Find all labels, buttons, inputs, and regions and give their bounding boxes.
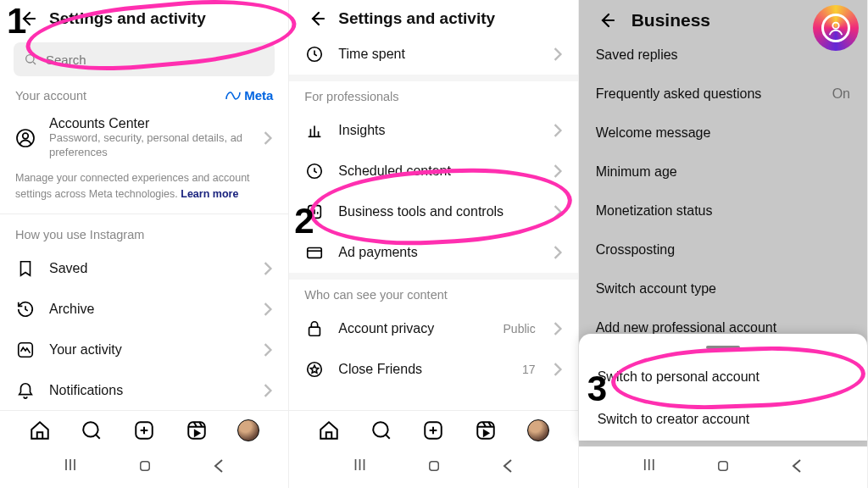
- reels-icon[interactable]: [475, 419, 497, 441]
- tab-bar: [0, 410, 288, 446]
- android-nav: III: [579, 446, 867, 488]
- create-icon[interactable]: [422, 419, 444, 441]
- time-spent-row[interactable]: Time spent: [289, 34, 577, 75]
- chevron-right-icon: [553, 205, 563, 219]
- insights-icon: [304, 120, 325, 141]
- svg-rect-6: [188, 422, 205, 439]
- android-nav: III: [289, 446, 577, 488]
- card-icon: [304, 242, 325, 263]
- for-professionals-label: For professionals: [289, 81, 577, 110]
- profile-avatar[interactable]: [527, 419, 549, 441]
- svg-rect-11: [308, 248, 322, 258]
- your-activity-row[interactable]: Your activity: [0, 330, 288, 370]
- phone-1: 1 Settings and activity Search Your acco…: [0, 0, 289, 488]
- search-input[interactable]: Search: [14, 42, 275, 76]
- search-icon[interactable]: [370, 419, 392, 441]
- notifications-row[interactable]: Notifications: [0, 370, 288, 404]
- search-icon[interactable]: [81, 419, 103, 441]
- close-friends-value: 17: [522, 363, 536, 376]
- phone-2: 2 Settings and activity Time spent For p…: [289, 0, 578, 488]
- account-privacy-row[interactable]: Account privacy Public: [289, 308, 577, 349]
- privacy-value: Public: [504, 322, 536, 336]
- saved-row[interactable]: Saved: [0, 248, 288, 289]
- scheduled-content-row[interactable]: Scheduled content: [289, 151, 577, 191]
- chevron-right-icon: [263, 262, 273, 275]
- header: Settings and activity: [289, 0, 577, 34]
- bottom-sheet: Switch to personal account Switch to cre…: [579, 334, 867, 441]
- business-tools-row[interactable]: Business tools and controls: [289, 191, 577, 232]
- tab-bar: [289, 410, 577, 446]
- bell-icon: [15, 380, 36, 401]
- your-account-label: Your account: [15, 89, 86, 103]
- phone-3: 3 Business Saved replies Frequently aske…: [579, 0, 868, 488]
- meta-brand: Meta: [225, 88, 273, 103]
- bookmark-icon: [15, 258, 36, 279]
- profile-icon: [821, 14, 850, 42]
- chevron-right-icon: [263, 302, 273, 316]
- search-placeholder: Search: [46, 53, 86, 67]
- page-title: Settings and activity: [338, 9, 495, 28]
- svg-point-4: [84, 422, 98, 436]
- chevron-right-icon: [263, 131, 273, 145]
- chevron-right-icon: [553, 246, 563, 259]
- schedule-icon: [304, 161, 325, 181]
- svg-point-18: [832, 23, 838, 29]
- home-button-icon[interactable]: [137, 458, 153, 474]
- accounts-note: Manage your connected experiences and ac…: [0, 170, 288, 215]
- star-icon: [304, 359, 325, 380]
- create-icon[interactable]: [133, 419, 155, 441]
- instagram-profile-badge: [813, 5, 859, 51]
- profile-avatar[interactable]: [237, 419, 259, 441]
- reels-icon[interactable]: [186, 419, 208, 441]
- how-you-use-label: How you use Instagram: [0, 219, 288, 248]
- chevron-right-icon: [553, 322, 563, 336]
- back-nav-icon[interactable]: [213, 459, 225, 473]
- accounts-center-sub: Password, security, personal details, ad…: [49, 131, 249, 160]
- recent-apps-icon[interactable]: III: [64, 457, 77, 474]
- profile-icon: [15, 128, 36, 148]
- home-button-icon[interactable]: [426, 458, 442, 474]
- back-nav-icon[interactable]: [502, 459, 514, 473]
- accounts-center-title: Accounts Center: [49, 116, 249, 131]
- page-title: Settings and activity: [49, 9, 206, 28]
- header: Settings and activity: [0, 0, 288, 34]
- svg-point-14: [373, 422, 387, 436]
- svg-point-2: [23, 133, 29, 139]
- lock-icon: [304, 319, 325, 339]
- accounts-center-row[interactable]: Accounts Center Password, security, pers…: [0, 106, 288, 170]
- svg-rect-19: [719, 461, 728, 470]
- archive-row[interactable]: Archive: [0, 289, 288, 330]
- step-number-3: 3: [587, 371, 607, 407]
- home-icon[interactable]: [318, 419, 340, 441]
- chevron-right-icon: [553, 47, 563, 61]
- svg-rect-12: [309, 327, 320, 336]
- home-button-icon[interactable]: [715, 458, 731, 474]
- who-can-see-label: Who can see your content: [289, 280, 577, 308]
- learn-more-link[interactable]: Learn more: [181, 188, 238, 200]
- chevron-right-icon: [263, 384, 273, 397]
- close-friends-row[interactable]: Close Friends 17: [289, 349, 577, 390]
- chevron-right-icon: [263, 343, 273, 357]
- svg-rect-17: [430, 461, 439, 470]
- svg-rect-16: [477, 422, 494, 439]
- switch-creator-option[interactable]: Switch to creator account: [579, 398, 867, 441]
- recent-apps-icon[interactable]: III: [643, 457, 655, 474]
- chevron-right-icon: [553, 124, 563, 137]
- back-icon[interactable]: [306, 8, 326, 29]
- step-number-2: 2: [294, 203, 314, 239]
- step-number-1: 1: [7, 3, 26, 39]
- recent-apps-icon[interactable]: III: [353, 457, 366, 474]
- home-icon[interactable]: [29, 419, 51, 441]
- ad-payments-row[interactable]: Ad payments: [289, 232, 577, 273]
- search-icon: [24, 53, 37, 66]
- archive-icon: [15, 299, 36, 319]
- activity-icon: [15, 340, 36, 360]
- back-nav-icon[interactable]: [791, 459, 803, 473]
- svg-rect-7: [140, 461, 149, 470]
- switch-personal-option[interactable]: Switch to personal account: [579, 356, 867, 398]
- android-nav: III: [0, 446, 288, 488]
- insights-row[interactable]: Insights: [289, 110, 577, 151]
- svg-point-0: [26, 55, 34, 63]
- chevron-right-icon: [553, 164, 563, 178]
- sheet-handle[interactable]: [706, 346, 740, 349]
